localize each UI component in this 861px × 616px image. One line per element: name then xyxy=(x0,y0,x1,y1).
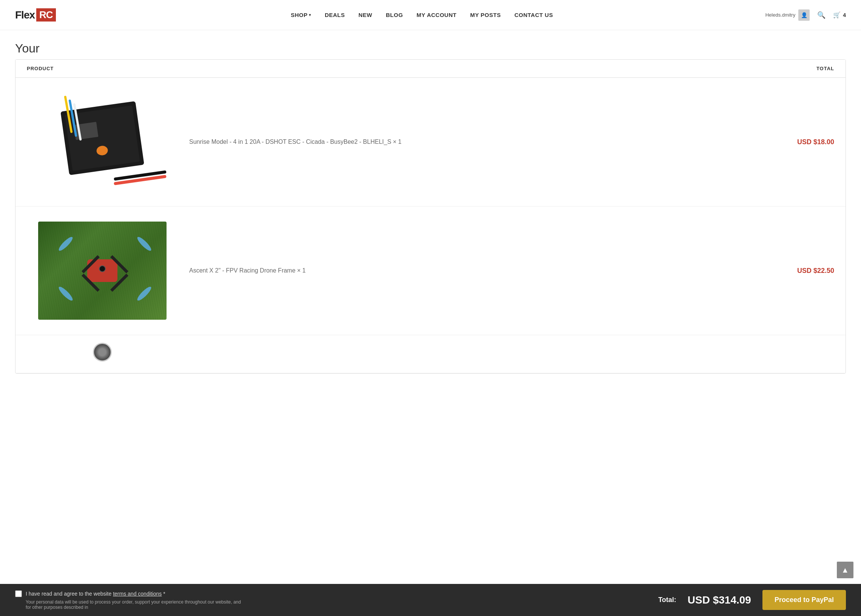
cart-icon: 🛒 xyxy=(833,11,841,19)
item-name-esc: Sunrise Model - 4 in 1 20A - DSHOT ESC -… xyxy=(178,138,778,145)
nav-my-posts[interactable]: MY POSTS xyxy=(470,12,501,18)
main-nav: SHOP ▾ DEALS NEW BLOG MY ACCOUNT MY POST… xyxy=(79,12,765,18)
logo-flex: Flex xyxy=(15,9,35,21)
nav-new[interactable]: NEW xyxy=(358,12,372,18)
nav-shop[interactable]: SHOP ▾ xyxy=(291,12,311,18)
main-content: PRODUCT TOTAL xyxy=(0,59,861,419)
page-title-area: Your xyxy=(0,30,861,59)
esc-board-visual xyxy=(42,95,163,189)
search-button[interactable]: 🔍 xyxy=(816,9,827,21)
item-image-partial xyxy=(27,343,178,365)
item-price-drone: USD $22.50 xyxy=(778,267,834,275)
header-right: Heleds.dmitry 👤 🔍 🛒 4 xyxy=(765,9,846,21)
col-total-label: TOTAL xyxy=(817,66,834,71)
cart-table: PRODUCT TOTAL xyxy=(15,59,846,374)
nav-deals[interactable]: DEALS xyxy=(325,12,345,18)
item-image-esc xyxy=(27,85,178,198)
item-price-esc: USD $18.00 xyxy=(778,138,834,146)
chevron-down-icon: ▾ xyxy=(309,13,311,17)
item-thumbnail-partial xyxy=(93,343,112,361)
drone-visual xyxy=(38,222,167,320)
user-info: Heleds.dmitry 👤 xyxy=(765,9,810,21)
item-image-drone xyxy=(27,214,178,327)
table-row-partial xyxy=(16,335,845,373)
username: Heleds.dmitry xyxy=(765,12,795,18)
site-header: Flex RC SHOP ▾ DEALS NEW BLOG MY ACCOUNT… xyxy=(0,0,861,30)
cart-table-header: PRODUCT TOTAL xyxy=(16,60,845,78)
nav-blog[interactable]: BLOG xyxy=(386,12,403,18)
logo[interactable]: Flex RC xyxy=(15,8,56,22)
table-row: Sunrise Model - 4 in 1 20A - DSHOT ESC -… xyxy=(16,78,845,206)
table-row: Ascent X 2" - FPV Racing Drone Frame × 1… xyxy=(16,206,845,335)
page-title: Your xyxy=(15,41,846,55)
avatar: 👤 xyxy=(798,9,810,21)
cart-count: 4 xyxy=(843,12,846,18)
nav-my-account[interactable]: MY ACCOUNT xyxy=(417,12,456,18)
item-name-drone: Ascent X 2" - FPV Racing Drone Frame × 1 xyxy=(178,267,778,274)
logo-rc: RC xyxy=(36,8,56,22)
nav-contact-us[interactable]: CONTACT US xyxy=(514,12,553,18)
col-product-label: PRODUCT xyxy=(27,66,817,71)
cart-area[interactable]: 🛒 4 xyxy=(833,11,846,19)
esc-image xyxy=(38,93,167,191)
